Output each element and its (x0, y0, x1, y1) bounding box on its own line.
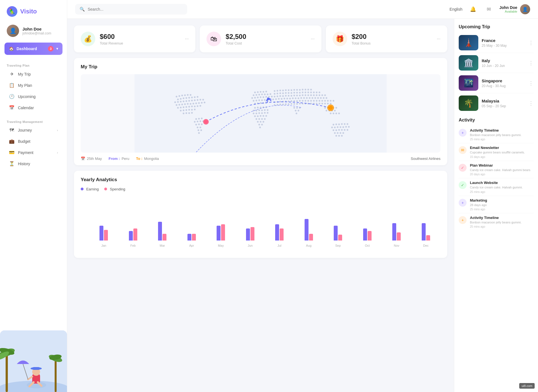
activity-time-2: 20 days ago (470, 173, 534, 176)
svg-point-312 (204, 120, 208, 123)
calendar-icon-small: 📅 (81, 157, 85, 161)
month-group-oct (353, 196, 382, 241)
activity-content-5: Activity Timeline Bonbon macaroon jelly … (470, 216, 534, 228)
stat-more-bonus[interactable]: ··· (437, 36, 440, 41)
svg-point-95 (256, 94, 257, 96)
trip-card-italy[interactable]: 🏛️ Italy 10 Jun - 20 Jun ⋮ (459, 53, 534, 73)
svg-point-262 (321, 103, 323, 104)
svg-point-171 (288, 92, 289, 94)
spending-label: Spending (110, 187, 125, 191)
svg-point-109 (253, 100, 254, 102)
trip-more-france[interactable]: ⋮ (528, 40, 534, 46)
svg-point-99 (267, 94, 268, 95)
svg-point-307 (342, 132, 344, 134)
messages-button[interactable]: ✉ (484, 4, 494, 14)
svg-point-174 (296, 92, 298, 94)
logo-area: 🦜 Visito (0, 0, 67, 21)
svg-point-219 (317, 97, 319, 99)
svg-point-204 (275, 98, 277, 100)
nav-label-payment: Payment (18, 150, 33, 155)
sidebar-item-journey[interactable]: 🗺 Journey › (2, 125, 65, 136)
revenue-value: $600 (100, 33, 180, 41)
svg-point-261 (319, 103, 320, 104)
svg-point-281 (330, 113, 331, 114)
activity-dot-0: + (459, 129, 467, 137)
sidebar-item-budget[interactable]: 💼 Budget (2, 136, 65, 147)
activity-item-4: + Marketing 28 days ago 25 mins ago (459, 196, 534, 213)
svg-point-293 (337, 126, 338, 128)
sidebar-item-my-trip[interactable]: ✈ My Trip (2, 69, 65, 80)
svg-point-235 (307, 100, 309, 102)
sidebar-item-history[interactable]: ⏳ History (2, 158, 65, 169)
svg-point-300 (338, 129, 340, 131)
trip-name-malaysia: Malaysia (482, 99, 525, 103)
svg-point-100 (270, 93, 271, 95)
activity-title-1: Email Newsletter (470, 146, 534, 150)
svg-point-167 (277, 93, 278, 94)
map-card: My Trip (74, 58, 447, 165)
sidebar: 🦜 Visito 👤 John Doe johndoe@mail.com 🏠 D… (0, 0, 67, 392)
svg-point-53 (201, 102, 203, 104)
activity-desc-1: Cupcake gummi bears soufflé caramels. (470, 150, 534, 155)
content-main: 💰 $600 Total Revenue ··· 🛍 $2,500 Total … (67, 19, 454, 392)
svg-point-248 (282, 104, 284, 105)
svg-point-132 (256, 113, 257, 114)
search-icon: 🔍 (80, 7, 85, 12)
dashboard-button[interactable]: 🏠 Dashboard 3 ▾ (4, 43, 62, 55)
activity-time-5: 25 mins ago (470, 225, 534, 228)
svg-point-186 (279, 95, 281, 97)
svg-point-40 (194, 99, 196, 101)
notifications-button[interactable]: 🔔 (468, 4, 478, 14)
svg-point-284 (338, 113, 340, 114)
header-actions: English 🔔 ✉ John Doe Available 👤 (449, 4, 530, 14)
upcoming-trips-title: Upcoming Trip (459, 24, 534, 29)
search-input[interactable] (88, 7, 183, 11)
svg-point-77 (194, 121, 196, 123)
earning-bar-jan (99, 226, 103, 241)
trip-card-france[interactable]: 🗼 France 25 May - 30 May ⋮ (459, 33, 534, 53)
earning-bar-nov (392, 223, 396, 241)
activity-time-0: 25 mins ago (470, 138, 534, 141)
trip-more-italy[interactable]: ⋮ (528, 60, 534, 66)
earning-bar-mar (158, 222, 162, 241)
svg-point-289 (344, 123, 345, 125)
spending-dot (104, 188, 107, 190)
language-button[interactable]: English (449, 7, 462, 11)
svg-point-302 (344, 129, 345, 131)
svg-point-89 (254, 92, 256, 93)
trip-card-singapore[interactable]: 🌃 Singapore 20 Aug - 30 Aug ⋮ (459, 73, 534, 93)
sidebar-item-payment[interactable]: 💳 Payment › (2, 147, 65, 158)
svg-point-45 (178, 104, 180, 106)
trip-card-malaysia[interactable]: 🌴 Malaysia 05 Sep - 20 Sep ⋮ (459, 93, 534, 113)
svg-point-192 (296, 95, 298, 96)
svg-point-164 (307, 89, 309, 90)
activity-desc-2: Candy ice cream cake. Halvah gummi bears (470, 168, 534, 172)
month-label-jun: Jun (236, 244, 265, 247)
trip-dates-malaysia: 05 Sep - 20 Sep (482, 104, 525, 108)
svg-point-266 (293, 107, 295, 109)
svg-point-209 (289, 98, 291, 99)
sidebar-item-upcoming[interactable]: 🕐 Upcoming (2, 91, 65, 102)
svg-point-175 (299, 92, 301, 94)
right-panel: Upcoming Trip 🗼 France 25 May - 30 May ⋮… (454, 19, 538, 392)
sidebar-item-calendar[interactable]: 📅 Calendar (2, 102, 65, 113)
spending-bar-nov (397, 232, 401, 241)
svg-point-299 (335, 129, 337, 131)
svg-point-33 (174, 101, 176, 103)
header-user[interactable]: John Doe Available 👤 (499, 4, 530, 14)
svg-point-64 (180, 110, 182, 111)
stat-more-revenue[interactable]: ··· (185, 36, 189, 41)
content: 💰 $600 Total Revenue ··· 🛍 $2,500 Total … (67, 19, 538, 392)
svg-point-120 (254, 107, 256, 109)
app-name: Visito (20, 8, 37, 15)
search-box[interactable]: 🔍 (75, 4, 187, 15)
svg-point-190 (291, 95, 292, 97)
month-label-apr: Apr (177, 244, 207, 247)
trip-more-singapore[interactable]: ⋮ (528, 80, 534, 86)
stat-more-cost[interactable]: ··· (311, 36, 314, 41)
svg-point-66 (185, 109, 187, 111)
trip-more-malaysia[interactable]: ⋮ (528, 100, 534, 106)
month-label-dec: Dec (411, 244, 441, 247)
sidebar-item-my-plan[interactable]: 📋 My Plan (2, 80, 65, 91)
svg-point-242 (327, 100, 329, 102)
